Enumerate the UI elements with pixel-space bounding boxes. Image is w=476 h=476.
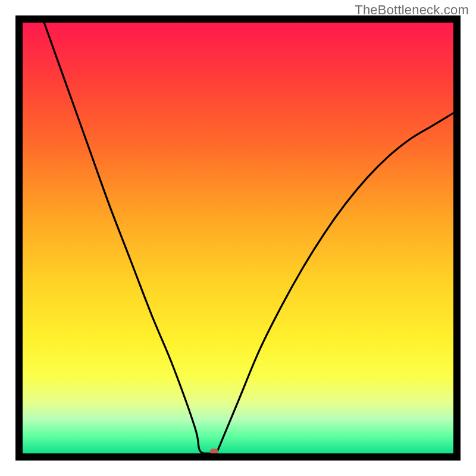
- chart-container: TheBottleneck.com: [0, 0, 476, 476]
- curve-svg: [23, 23, 453, 453]
- plot-area: [15, 15, 461, 461]
- bottleneck-curve: [44, 23, 453, 453]
- minimum-marker: [210, 449, 218, 455]
